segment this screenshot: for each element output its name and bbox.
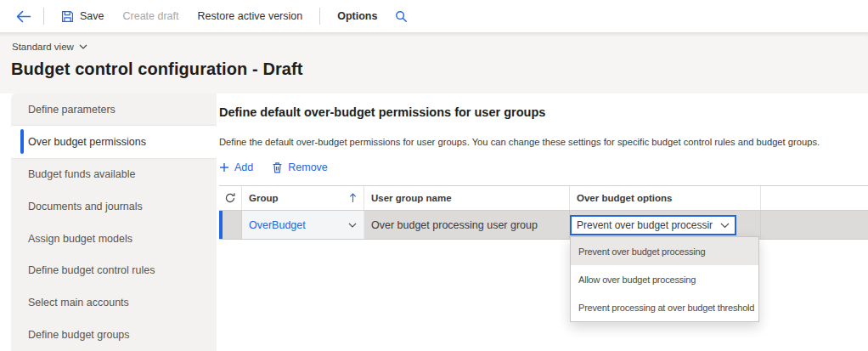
create-draft-label: Create draft: [123, 10, 179, 22]
refresh-button[interactable]: [224, 192, 236, 204]
refresh-icon: [224, 192, 236, 204]
trash-icon: [272, 161, 283, 173]
row-selection-indicator: [219, 211, 223, 239]
section-title: Define default over-budget permissions f…: [219, 105, 868, 119]
chevron-down-icon: [348, 223, 357, 228]
sidebar-item-label: Define budget control rules: [28, 264, 155, 276]
save-icon: [61, 10, 74, 23]
page-header: Standard view Budget control configurati…: [0, 32, 868, 93]
add-button[interactable]: Add: [219, 161, 253, 173]
main-panel: Define default over-budget permissions f…: [219, 93, 868, 351]
column-header-over-budget-options[interactable]: Over budget options: [570, 186, 761, 210]
dropdown-option-prevent-over-budget-processing[interactable]: Prevent over budget processing: [571, 237, 758, 265]
sidebar-item-label: Select main accounts: [28, 297, 129, 309]
save-label: Save: [80, 10, 104, 22]
sort-ascending-icon: [349, 193, 357, 203]
permissions-grid: Group User group name Over budget option…: [219, 185, 868, 240]
plus-icon: [219, 162, 229, 173]
search-button[interactable]: [388, 3, 414, 29]
column-header-user-group-name[interactable]: User group name: [364, 186, 570, 210]
sidebar-item-assign-budget-models[interactable]: Assign budget models: [11, 223, 217, 255]
sidebar-item-label: Budget funds available: [28, 168, 135, 180]
add-label: Add: [234, 161, 253, 173]
sidebar-item-label: Over budget permissions: [28, 136, 146, 148]
dropdown-option-allow-over-budget-processing[interactable]: Allow over budget processing: [571, 265, 758, 293]
sidebar-item-label: Documents and journals: [28, 201, 143, 212]
sidebar-item-label: Assign budget models: [28, 233, 132, 245]
group-cell[interactable]: OverBudget: [242, 211, 364, 239]
sidebar-item-define-budget-groups[interactable]: Define budget groups: [11, 319, 217, 351]
sidebar-item-define-budget-control-rules[interactable]: Define budget control rules: [11, 254, 217, 286]
refresh-column-header: [219, 186, 242, 210]
grid-header-row: Group User group name Over budget option…: [219, 185, 868, 211]
sidebar-item-budget-funds-available[interactable]: Budget funds available: [11, 158, 217, 190]
search-icon: [395, 10, 408, 23]
dropdown-option-prevent-processing-at-threshold[interactable]: Prevent processing at over budget thresh…: [571, 293, 758, 321]
sidebar-item-label: Define parameters: [28, 104, 116, 116]
combobox-value: Prevent over budget processir: [577, 219, 713, 231]
chevron-down-icon: [79, 44, 87, 49]
toolbar-divider: [319, 8, 320, 25]
grid-action-bar: Add Remove: [219, 159, 868, 176]
sidebar-item-documents-and-journals[interactable]: Documents and journals: [11, 190, 217, 223]
sidebar-item-label: Define budget groups: [28, 329, 130, 341]
column-header-label: User group name: [371, 193, 452, 203]
page-title: Budget control configuration - Draft: [11, 59, 868, 79]
user-group-name-value: Over budget processing user group: [371, 219, 538, 231]
selected-indicator: [20, 129, 24, 154]
arrow-left-icon: [15, 10, 31, 23]
over-budget-options-combobox[interactable]: Prevent over budget processir: [570, 215, 736, 235]
view-selector-label: Standard view: [12, 42, 74, 52]
column-header-label: Group: [249, 193, 279, 203]
back-button[interactable]: [10, 3, 36, 29]
remove-label: Remove: [288, 161, 328, 173]
view-selector[interactable]: Standard view: [12, 42, 87, 52]
create-draft-button[interactable]: Create draft: [114, 3, 189, 29]
toolbar-divider: [43, 8, 44, 25]
table-row[interactable]: OverBudget Over budget processing user g…: [219, 211, 868, 240]
save-button[interactable]: Save: [52, 3, 114, 29]
row-filler-cell: [761, 211, 868, 239]
options-button[interactable]: Options: [328, 3, 386, 29]
over-budget-options-dropdown: Prevent over budget processing Allow ove…: [570, 236, 759, 322]
over-budget-options-cell: Prevent over budget processir: [570, 211, 761, 239]
sidebar-item-define-parameters[interactable]: Define parameters: [11, 93, 217, 126]
row-select-cell[interactable]: [219, 211, 242, 239]
group-value[interactable]: OverBudget: [249, 219, 306, 231]
restore-active-version-label: Restore active version: [198, 10, 303, 22]
restore-active-version-button[interactable]: Restore active version: [189, 3, 313, 29]
user-group-name-cell: Over budget processing user group: [364, 211, 570, 239]
sidebar-nav: Define parameters Over budget permission…: [11, 93, 217, 351]
sidebar-item-select-main-accounts[interactable]: Select main accounts: [11, 286, 217, 319]
column-header-filler: [761, 186, 868, 210]
budget-control-configuration-page: Save Create draft Restore active version…: [0, 0, 868, 351]
column-header-label: Over budget options: [577, 193, 672, 203]
chevron-down-icon: [720, 223, 730, 229]
command-bar: Save Create draft Restore active version…: [0, 0, 868, 32]
section-description: Define the default over-budget permissio…: [219, 137, 868, 147]
options-label: Options: [337, 10, 377, 22]
sidebar-item-over-budget-permissions[interactable]: Over budget permissions: [11, 126, 217, 158]
column-header-group[interactable]: Group: [242, 186, 364, 210]
remove-button[interactable]: Remove: [272, 161, 328, 173]
